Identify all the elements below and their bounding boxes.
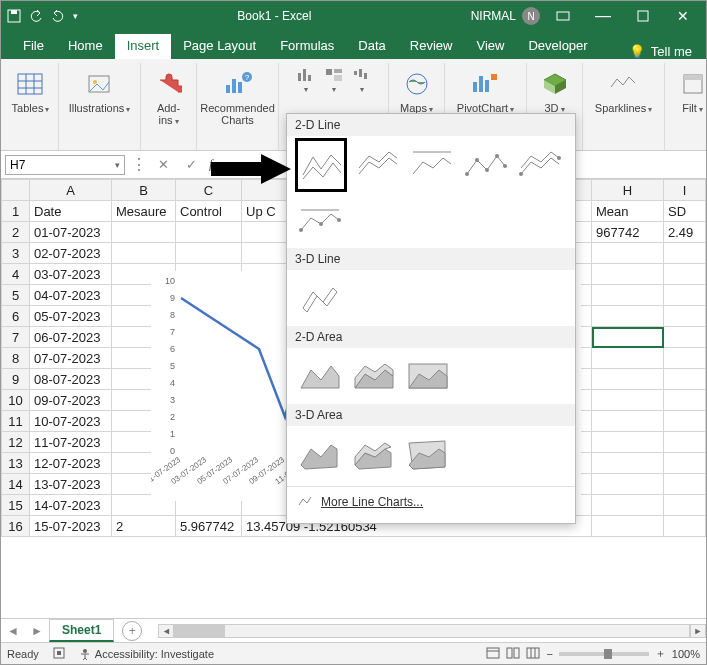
hierarchy-chart-button[interactable]: ▾	[324, 67, 344, 94]
cell-H4[interactable]	[592, 264, 664, 285]
tab-home[interactable]: Home	[56, 34, 115, 59]
cell-I14[interactable]	[664, 474, 706, 495]
maximize-icon[interactable]	[628, 1, 658, 31]
3d-100-stacked-area-option[interactable]	[403, 434, 451, 474]
cell-A8[interactable]: 07-07-2023	[30, 348, 112, 369]
cell-I11[interactable]	[664, 411, 706, 432]
cell-H10[interactable]	[592, 390, 664, 411]
cell-A1[interactable]: Date	[30, 201, 112, 222]
cell-I8[interactable]	[664, 348, 706, 369]
100-stacked-line-option[interactable]	[407, 144, 455, 184]
col-header-B[interactable]: B	[112, 180, 176, 201]
save-icon[interactable]	[7, 9, 21, 23]
tab-review[interactable]: Review	[398, 34, 465, 59]
100-stacked-line-markers-option[interactable]	[295, 200, 343, 240]
tab-file[interactable]: File	[11, 34, 56, 59]
name-box[interactable]: H7 ▾	[5, 155, 125, 175]
3d-stacked-area-option[interactable]	[349, 434, 397, 474]
3d-area-option[interactable]	[295, 434, 343, 474]
cancel-formula-button[interactable]: ✕	[151, 155, 175, 175]
cell-I13[interactable]	[664, 453, 706, 474]
formula-menu-icon[interactable]: ⋮	[131, 155, 147, 174]
tab-view[interactable]: View	[464, 34, 516, 59]
cell-A5[interactable]: 04-07-2023	[30, 285, 112, 306]
100-stacked-area-option[interactable]	[403, 356, 451, 396]
undo-icon[interactable]	[29, 9, 43, 23]
minimize-icon[interactable]: —	[588, 1, 618, 31]
row-header[interactable]: 13	[2, 453, 30, 474]
accessibility-status[interactable]: Accessibility: Investigate	[79, 648, 214, 660]
macro-record-icon[interactable]	[53, 647, 65, 661]
column-chart-button[interactable]: ▾	[296, 67, 316, 94]
cell-B1[interactable]: Mesaure	[112, 201, 176, 222]
cell-A2[interactable]: 01-07-2023	[30, 222, 112, 243]
col-header-I[interactable]: I	[664, 180, 706, 201]
tab-pagelayout[interactable]: Page Layout	[171, 34, 268, 59]
cell-A12[interactable]: 11-07-2023	[30, 432, 112, 453]
cell-A14[interactable]: 13-07-2023	[30, 474, 112, 495]
cell-H1[interactable]: Mean	[592, 201, 664, 222]
view-normal-icon[interactable]	[486, 647, 500, 661]
cell-A3[interactable]: 02-07-2023	[30, 243, 112, 264]
zoom-slider[interactable]	[559, 652, 649, 656]
cell-A13[interactable]: 12-07-2023	[30, 453, 112, 474]
zoom-in-button[interactable]: ＋	[655, 646, 666, 661]
illustrations-button[interactable]: Illustrations	[65, 67, 135, 117]
sparklines-button[interactable]: Sparklines	[591, 67, 656, 117]
stacked-line-markers-option[interactable]	[515, 144, 563, 184]
tables-button[interactable]: Tables	[8, 67, 54, 117]
close-icon[interactable]: ✕	[668, 1, 698, 31]
sheet-tab-sheet1[interactable]: Sheet1	[49, 619, 114, 642]
cell-C2[interactable]	[176, 222, 242, 243]
cell-I12[interactable]	[664, 432, 706, 453]
horizontal-scrollbar[interactable]: ◄ ►	[158, 624, 706, 638]
enter-formula-button[interactable]: ✓	[179, 155, 203, 175]
row-header[interactable]: 12	[2, 432, 30, 453]
row-header[interactable]: 16	[2, 516, 30, 537]
3d-button[interactable]: 3D	[536, 67, 574, 117]
cell-I7[interactable]	[664, 327, 706, 348]
cell-H5[interactable]	[592, 285, 664, 306]
view-pagebreak-icon[interactable]	[526, 647, 540, 661]
row-header[interactable]: 11	[2, 411, 30, 432]
cell-H3[interactable]	[592, 243, 664, 264]
tab-developer[interactable]: Developer	[516, 34, 599, 59]
cell-H7[interactable]	[592, 327, 664, 348]
cell-C1[interactable]: Control	[176, 201, 242, 222]
row-header[interactable]: 5	[2, 285, 30, 306]
cell-I6[interactable]	[664, 306, 706, 327]
scroll-left-icon[interactable]: ◄	[158, 624, 174, 638]
3d-line-option[interactable]	[295, 278, 343, 318]
row-header[interactable]: 2	[2, 222, 30, 243]
more-line-charts[interactable]: More Line Charts...	[287, 486, 575, 517]
tab-insert[interactable]: Insert	[115, 34, 172, 59]
cell-H14[interactable]	[592, 474, 664, 495]
cell-A15[interactable]: 14-07-2023	[30, 495, 112, 516]
zoom-level[interactable]: 100%	[672, 648, 700, 660]
scroll-right-icon[interactable]: ►	[690, 624, 706, 638]
cell-H6[interactable]	[592, 306, 664, 327]
cell-B2[interactable]	[112, 222, 176, 243]
row-header[interactable]: 4	[2, 264, 30, 285]
stacked-line-option[interactable]	[353, 144, 401, 184]
zoom-out-button[interactable]: −	[546, 648, 552, 660]
cell-H12[interactable]	[592, 432, 664, 453]
cell-A10[interactable]: 09-07-2023	[30, 390, 112, 411]
cell-I1[interactable]: SD	[664, 201, 706, 222]
cell-A11[interactable]: 10-07-2023	[30, 411, 112, 432]
row-header[interactable]: 14	[2, 474, 30, 495]
cell-A7[interactable]: 06-07-2023	[30, 327, 112, 348]
ribbon-display-icon[interactable]	[548, 1, 578, 31]
row-header[interactable]: 7	[2, 327, 30, 348]
cell-I3[interactable]	[664, 243, 706, 264]
waterfall-chart-button[interactable]: ▾	[352, 67, 372, 94]
row-header[interactable]: 6	[2, 306, 30, 327]
cell-C3[interactable]	[176, 243, 242, 264]
filters-button[interactable]: Filt	[674, 67, 708, 117]
cell-H15[interactable]	[592, 495, 664, 516]
user-avatar[interactable]: N	[522, 7, 540, 25]
line-markers-option[interactable]	[461, 144, 509, 184]
stacked-area-option[interactable]	[349, 356, 397, 396]
cell-H11[interactable]	[592, 411, 664, 432]
row-header[interactable]: 15	[2, 495, 30, 516]
